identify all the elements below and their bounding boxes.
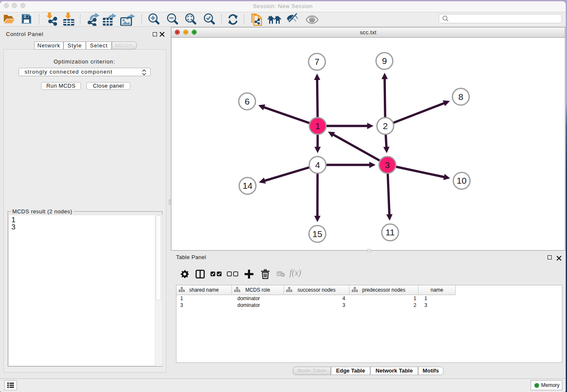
svg-text:14: 14	[242, 181, 253, 190]
svg-text:2: 2	[383, 121, 388, 131]
svg-text:1: 1	[315, 121, 320, 131]
svg-text:7: 7	[314, 57, 319, 66]
svg-text:15: 15	[312, 229, 322, 239]
svg-text:8: 8	[458, 92, 463, 102]
svg-text:3: 3	[385, 160, 390, 170]
svg-text:10: 10	[457, 176, 466, 185]
svg-text:9: 9	[382, 56, 387, 66]
svg-text:4: 4	[315, 160, 320, 170]
svg-text:6: 6	[245, 97, 250, 106]
svg-text:11: 11	[385, 227, 395, 237]
